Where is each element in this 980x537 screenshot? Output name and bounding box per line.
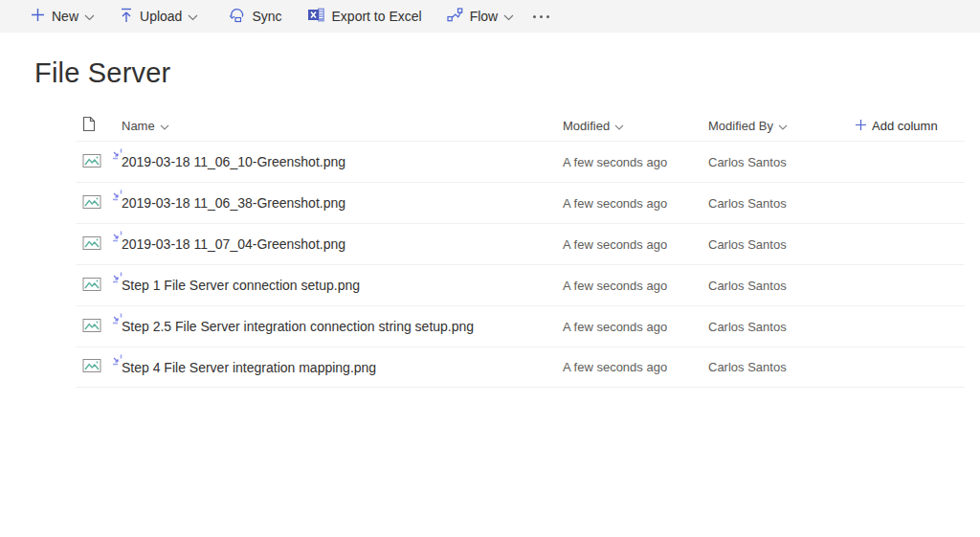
plus-icon [856,119,866,133]
file-name[interactable]: Step 2.5 File Server integration connect… [122,319,474,334]
more-commands-button[interactable] [523,0,559,33]
new-item-glimmer-icon [112,188,125,204]
file-name-cell: Step 4 File Server integration mapping.p… [115,360,563,375]
modified-value: A few seconds ago [563,155,708,169]
export-to-excel-label: Export to Excel [332,9,422,24]
file-name[interactable]: 2019-03-18 11_07_04-Greenshot.png [122,236,345,252]
flow-icon [447,8,463,25]
file-icon-cell [77,235,115,254]
command-bar: New Upload Sync [0,0,980,33]
column-header-name[interactable]: Name [115,119,563,133]
modified-by-value[interactable]: Carlos Santos [708,237,850,252]
modified-value: A few seconds ago [563,237,708,252]
ellipsis-icon [533,15,549,18]
sync-button-label: Sync [252,9,281,24]
new-item-glimmer-icon [112,311,125,327]
modified-value: A few seconds ago [563,196,708,211]
file-name-cell: Step 1 File Server connection setup.png [115,278,563,293]
upload-icon [120,8,133,26]
new-button[interactable]: New [21,0,104,33]
plus-icon [31,8,45,25]
modified-value: A few seconds ago [563,320,708,334]
file-name[interactable]: 2019-03-18 11_06_10-Greenshot.png [122,154,345,169]
chevron-down-icon [188,9,198,24]
document-icon [82,116,96,135]
export-to-excel-button[interactable]: Export to Excel [298,0,432,33]
file-name[interactable]: 2019-03-18 11_06_38-Greenshot.png [122,195,345,211]
flow-button-label: Flow [470,9,499,24]
upload-button-label: Upload [140,9,182,24]
file-icon-cell [77,277,115,295]
file-name-cell: 2019-03-18 11_07_04-Greenshot.png [115,236,563,252]
upload-button[interactable]: Upload [110,0,208,33]
add-column-button[interactable]: Add column [850,119,965,133]
image-file-icon [82,277,101,295]
new-button-label: New [52,9,78,24]
file-name-cell: 2019-03-18 11_06_38-Greenshot.png [115,195,563,211]
file-name[interactable]: Step 4 File Server integration mapping.p… [122,360,376,375]
library-content: File Server Name Modified [0,33,980,388]
chevron-down-icon [778,119,788,133]
file-icon-cell [77,194,115,213]
file-row[interactable]: 2019-03-18 11_06_38-Greenshot.png A few … [77,182,965,223]
list-rows: 2019-03-18 11_06_10-Greenshot.png A few … [0,141,980,388]
image-file-icon [82,235,101,254]
chevron-down-icon [503,9,514,24]
modified-by-value[interactable]: Carlos Santos [708,360,850,374]
file-row[interactable]: Step 1 File Server connection setup.png … [77,264,965,305]
column-header-modified[interactable]: Modified [563,119,708,133]
image-file-icon [82,358,101,376]
sync-button[interactable]: Sync [219,0,291,33]
file-icon-cell [77,153,115,171]
file-row[interactable]: 2019-03-18 11_06_10-Greenshot.png A few … [77,141,965,182]
file-name-cell: Step 2.5 File Server integration connect… [115,319,563,334]
image-file-icon [82,153,101,171]
file-row[interactable]: Step 4 File Server integration mapping.p… [77,347,965,388]
flow-button[interactable]: Flow [437,0,524,33]
modified-value: A few seconds ago [563,279,708,293]
file-type-column-icon-cell [77,116,115,135]
modified-by-value[interactable]: Carlos Santos [708,320,850,334]
chevron-down-icon [84,9,95,24]
page-title: File Server [34,57,980,89]
file-name[interactable]: Step 1 File Server connection setup.png [122,278,360,293]
image-file-icon [82,194,101,213]
modified-by-value[interactable]: Carlos Santos [708,155,850,169]
new-item-glimmer-icon [112,270,125,286]
sync-icon [229,8,245,26]
modified-value: A few seconds ago [563,360,708,374]
column-header-modified-by[interactable]: Modified By [708,119,850,133]
file-row[interactable]: Step 2.5 File Server integration connect… [77,305,965,347]
list-header-row: Name Modified Modified By [77,110,965,141]
file-name-cell: 2019-03-18 11_06_10-Greenshot.png [115,154,563,169]
image-file-icon [82,318,101,336]
chevron-down-icon [160,119,169,133]
new-item-glimmer-icon [112,146,125,163]
modified-by-value[interactable]: Carlos Santos [708,279,850,293]
modified-by-value[interactable]: Carlos Santos [708,196,850,211]
new-item-glimmer-icon [112,352,125,369]
file-icon-cell [77,318,115,336]
file-icon-cell [77,358,115,376]
chevron-down-icon [614,119,624,133]
document-list: Name Modified Modified By [0,110,980,388]
excel-icon [307,7,325,26]
new-item-glimmer-icon [112,229,125,245]
file-row[interactable]: 2019-03-18 11_07_04-Greenshot.png A few … [77,223,965,264]
